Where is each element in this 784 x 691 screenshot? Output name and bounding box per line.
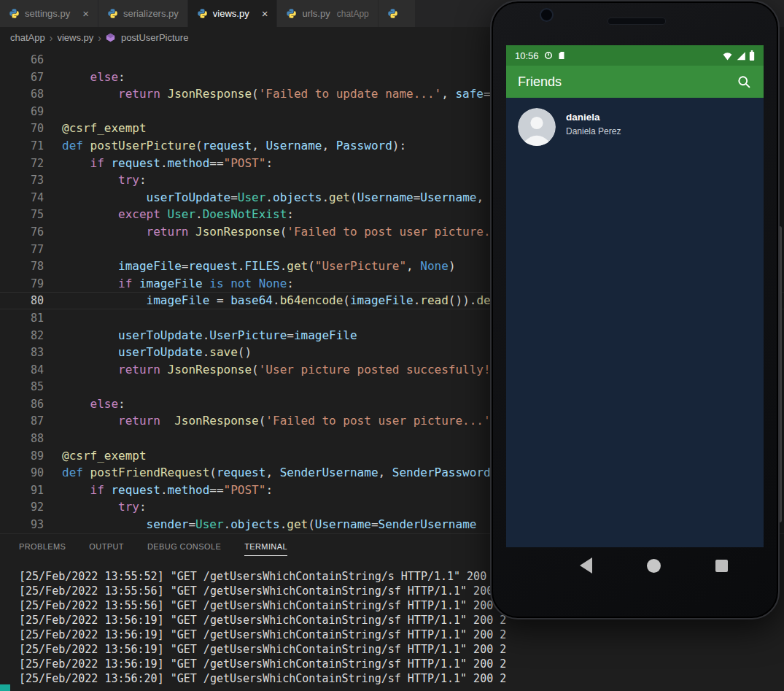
- python-icon: [107, 8, 118, 19]
- editor-tab-partial-4[interactable]: [379, 0, 416, 27]
- editor-tab-views.py[interactable]: views.py×: [188, 0, 278, 27]
- list-item-daniela[interactable]: daniela Daniela Perez: [506, 98, 764, 156]
- contact-fullname: Daniela Perez: [566, 126, 621, 136]
- breadcrumb-item-views.py[interactable]: views.py: [57, 32, 93, 43]
- avatar: [518, 108, 556, 146]
- front-camera: [540, 8, 554, 22]
- page-title: Friends: [518, 74, 562, 90]
- clock: 10:56: [515, 50, 539, 61]
- python-icon: [197, 8, 208, 19]
- phone-screen: 10:56: [506, 45, 764, 547]
- terminal-log-line: [25/Feb/2022 13:56:19] "GET /getUsersWhi…: [19, 628, 784, 642]
- recents-button-icon[interactable]: [715, 560, 728, 572]
- signal-icon: [736, 51, 746, 61]
- android-nav-bar: [506, 549, 783, 582]
- terminal-log-line: [25/Feb/2022 13:56:19] "GET /getUsersWhi…: [19, 657, 784, 671]
- contact-username: daniela: [566, 112, 621, 123]
- editor-tab-settings.py[interactable]: settings.py×: [0, 0, 98, 27]
- panel-tab-terminal[interactable]: TERMINAL: [244, 538, 287, 556]
- friends-list: daniela Daniela Perez: [506, 98, 764, 547]
- close-icon[interactable]: ×: [262, 8, 268, 19]
- panel-tab-debug-console[interactable]: DEBUG CONSOLE: [147, 538, 221, 555]
- panel-tab-output[interactable]: OUTPUT: [89, 538, 124, 555]
- chevron-right-icon: ›: [50, 32, 53, 44]
- python-icon: [286, 8, 297, 19]
- editor-tab-serializers.py[interactable]: serializers.py: [98, 0, 188, 27]
- search-icon[interactable]: [737, 74, 752, 90]
- vscode-window: settings.py×serializers.pyviews.py×urls.…: [0, 0, 784, 691]
- sdcard-icon: [558, 51, 565, 60]
- battery-icon: [749, 50, 755, 61]
- wifi-icon: [722, 51, 733, 61]
- phone-status-bar: 10:56: [506, 45, 764, 66]
- panel-tab-problems[interactable]: PROBLEMS: [19, 538, 66, 555]
- editor-tab-urls.py[interactable]: urls.pychatApp: [277, 0, 378, 27]
- earpiece-speaker: [608, 18, 666, 25]
- python-icon: [9, 8, 20, 19]
- breadcrumb-item-postUserPicture[interactable]: postUserPicture: [121, 32, 188, 43]
- close-icon[interactable]: ×: [82, 8, 89, 19]
- chevron-right-icon: ›: [98, 32, 101, 44]
- android-phone: 10:56: [490, 0, 780, 619]
- symbol-method-icon: [106, 33, 115, 42]
- breadcrumb-item-chatApp[interactable]: chatApp: [10, 32, 45, 43]
- terminal-log-line: [25/Feb/2022 13:56:19] "GET /getUsersWhi…: [19, 642, 784, 657]
- python-icon: [387, 8, 398, 19]
- data-saver-icon: [544, 51, 553, 60]
- back-button-icon[interactable]: [580, 557, 592, 574]
- status-accent: [0, 684, 10, 691]
- home-button-icon[interactable]: [647, 559, 661, 573]
- app-header: Friends: [506, 66, 764, 98]
- terminal-log-line: [25/Feb/2022 13:56:20] "GET /getUsersWhi…: [19, 671, 784, 686]
